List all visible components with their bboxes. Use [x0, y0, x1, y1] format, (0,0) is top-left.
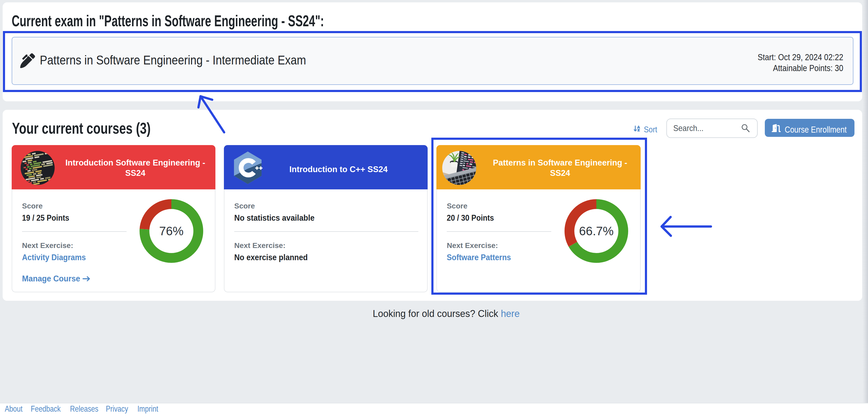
svg-text:76%: 76% — [159, 224, 183, 238]
svg-text:66.7%: 66.7% — [579, 224, 614, 238]
